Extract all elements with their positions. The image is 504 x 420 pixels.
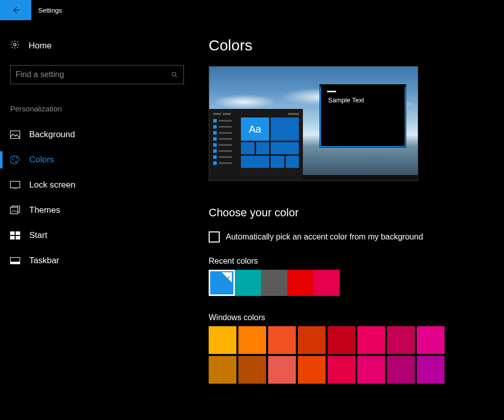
auto-pick-checkbox[interactable] bbox=[209, 231, 220, 243]
picture-icon bbox=[10, 130, 20, 139]
lockscreen-icon bbox=[10, 181, 20, 190]
back-button[interactable] bbox=[0, 0, 31, 20]
auto-pick-row[interactable]: Automatically pick an accent color from … bbox=[209, 231, 494, 243]
recent-colors-heading: Recent colors bbox=[209, 257, 494, 266]
preview-taskbar bbox=[303, 175, 418, 181]
search-icon bbox=[171, 71, 178, 79]
nav-item-label: Themes bbox=[29, 205, 60, 215]
arrow-left-icon bbox=[11, 6, 20, 15]
windows-color-swatch[interactable] bbox=[238, 356, 266, 384]
windows-color-swatch[interactable] bbox=[328, 326, 355, 354]
nav-item-taskbar[interactable]: Taskbar bbox=[10, 248, 181, 273]
themes-icon bbox=[10, 206, 20, 215]
svg-point-1 bbox=[172, 72, 176, 76]
windows-color-swatch[interactable] bbox=[357, 356, 385, 384]
nav-item-themes[interactable]: Themes bbox=[10, 198, 181, 223]
preview-window: Sample Text bbox=[320, 85, 406, 147]
windows-colors-grid bbox=[209, 326, 494, 384]
nav-item-label: Background bbox=[29, 130, 75, 140]
taskbar-icon bbox=[10, 256, 20, 265]
svg-point-5 bbox=[16, 157, 17, 158]
choose-color-heading: Choose your color bbox=[209, 206, 494, 219]
windows-color-swatch[interactable] bbox=[209, 326, 236, 354]
nav-item-label: Lock screen bbox=[29, 180, 76, 190]
recent-color-swatch[interactable] bbox=[235, 270, 261, 296]
windows-color-swatch[interactable] bbox=[417, 356, 445, 384]
nav-home-label: Home bbox=[29, 41, 51, 51]
svg-rect-2 bbox=[11, 131, 20, 139]
page-title: Colors bbox=[209, 37, 494, 54]
recent-color-swatch[interactable] bbox=[261, 270, 287, 296]
search-input-wrapper[interactable] bbox=[10, 65, 184, 84]
windows-color-swatch[interactable] bbox=[387, 356, 415, 384]
windows-color-swatch[interactable] bbox=[268, 356, 296, 384]
recent-color-swatch[interactable] bbox=[313, 270, 340, 296]
windows-color-swatch[interactable] bbox=[417, 326, 445, 354]
windows-colors-heading: Windows colors bbox=[209, 313, 494, 322]
svg-rect-13 bbox=[11, 262, 20, 264]
svg-point-0 bbox=[14, 43, 16, 46]
svg-rect-9 bbox=[16, 231, 20, 235]
nav-item-label: Start bbox=[29, 230, 47, 241]
windows-color-swatch[interactable] bbox=[238, 326, 266, 354]
auto-pick-label: Automatically pick an accent color from … bbox=[226, 232, 423, 242]
recent-color-swatch[interactable] bbox=[287, 270, 313, 296]
nav-item-background[interactable]: Background bbox=[10, 122, 181, 147]
search-input[interactable] bbox=[16, 70, 171, 79]
recent-color-swatch[interactable] bbox=[209, 270, 235, 296]
sidebar: Home Personalization Background Colors bbox=[0, 20, 192, 384]
svg-rect-10 bbox=[10, 236, 15, 239]
main-content: Colors Aa bbox=[192, 20, 504, 384]
windows-color-swatch[interactable] bbox=[387, 326, 415, 354]
recent-colors-row bbox=[209, 270, 494, 296]
windows-color-swatch[interactable] bbox=[298, 356, 326, 384]
nav-item-colors[interactable]: Colors bbox=[10, 147, 181, 172]
preview-tile-aa: Aa bbox=[241, 117, 269, 141]
section-label: Personalization bbox=[10, 104, 181, 113]
nav-item-label: Taskbar bbox=[29, 256, 59, 266]
color-preview: Aa Sample Text bbox=[209, 66, 418, 181]
nav-item-start[interactable]: Start bbox=[10, 223, 181, 248]
preview-sample-text: Sample Text bbox=[328, 96, 398, 104]
svg-rect-8 bbox=[10, 231, 15, 235]
preview-startmenu: Aa bbox=[209, 109, 303, 181]
nav-item-lockscreen[interactable]: Lock screen bbox=[10, 172, 181, 198]
title-bar: Settings bbox=[0, 0, 504, 20]
windows-color-swatch[interactable] bbox=[209, 356, 236, 384]
svg-rect-6 bbox=[11, 182, 20, 188]
svg-rect-11 bbox=[16, 236, 20, 239]
nav-home[interactable]: Home bbox=[10, 37, 181, 55]
windows-color-swatch[interactable] bbox=[268, 326, 296, 354]
palette-icon bbox=[10, 155, 20, 164]
windows-color-swatch[interactable] bbox=[328, 356, 355, 384]
gear-icon bbox=[10, 40, 20, 52]
app-title: Settings bbox=[38, 7, 62, 14]
windows-color-swatch[interactable] bbox=[357, 326, 385, 354]
start-icon bbox=[10, 231, 20, 240]
svg-point-3 bbox=[12, 159, 13, 160]
nav-item-label: Colors bbox=[29, 155, 54, 165]
nav-list: Background Colors Lock screen Themes bbox=[10, 122, 181, 273]
windows-color-swatch[interactable] bbox=[298, 326, 326, 354]
svg-point-4 bbox=[14, 157, 15, 158]
